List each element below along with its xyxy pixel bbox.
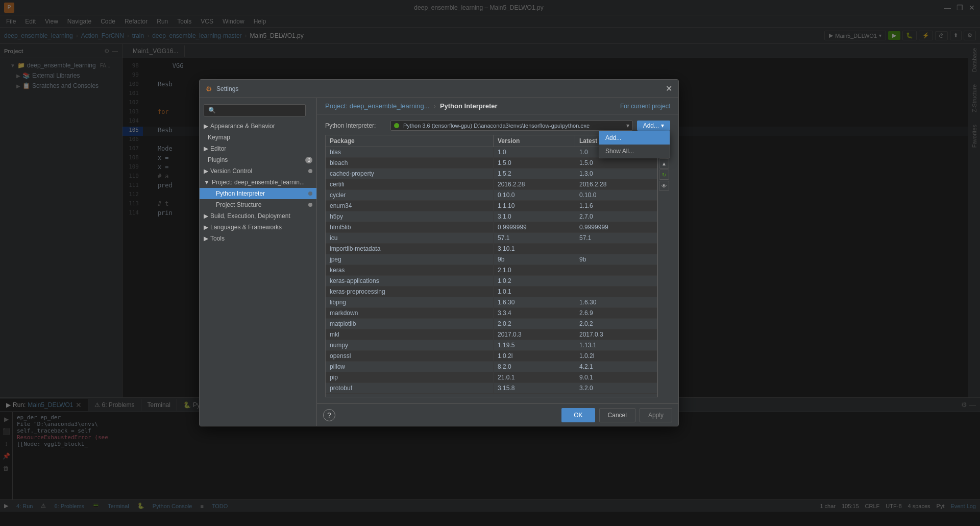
table-row[interactable]: protobuf3.15.83.2.0	[326, 383, 657, 394]
pkg-name: markdown	[326, 308, 494, 318]
pkg-version: 1.19.5	[494, 340, 575, 350]
table-row[interactable]: numpy1.19.51.13.1	[326, 340, 657, 351]
packages-side-buttons: + − ▲ ↻ 👁	[657, 135, 670, 397]
pkg-latest	[575, 286, 657, 297]
table-row[interactable]: matplotlib2.0.22.0.2	[326, 319, 657, 329]
upgrade-package-button[interactable]: ▲	[659, 158, 669, 169]
pkg-version: 1.0.1	[494, 286, 575, 297]
pkg-version: 3.15.8	[494, 383, 575, 393]
pkg-latest: 1.1.6	[575, 201, 657, 211]
expand-languages-icon: ▶	[204, 224, 208, 231]
settings-nav-editor-label: Editor	[210, 145, 226, 152]
pkg-name: openssl	[326, 351, 494, 361]
interpreter-chevron-icon: ▾	[626, 122, 629, 129]
settings-nav-languages[interactable]: ▶ Languages & Frameworks	[200, 222, 316, 233]
th-version[interactable]: Version	[494, 135, 575, 147]
pkg-version: 1.5.2	[494, 169, 575, 179]
th-package[interactable]: Package	[326, 135, 494, 147]
pkg-version: 21.0.1	[494, 372, 575, 382]
pkg-latest: 2.0.2	[575, 319, 657, 329]
settings-main-content: Python Interpreter: Python 3.6 (tensorfl…	[317, 114, 678, 403]
pkg-version: 1.1.10	[494, 201, 575, 211]
breadcrumb-action-link[interactable]: For current project	[620, 103, 670, 110]
pkg-version: 1.5.0	[494, 158, 575, 168]
expand-build-icon: ▶	[204, 212, 208, 220]
table-row[interactable]: html5lib0.99999990.9999999	[326, 222, 657, 233]
pkg-latest: 1.6.30	[575, 297, 657, 307]
settings-nav-build-label: Build, Execution, Deployment	[210, 212, 290, 220]
settings-nav-build[interactable]: ▶ Build, Execution, Deployment	[200, 210, 316, 222]
show-options-button[interactable]: 👁	[659, 181, 669, 191]
settings-nav-project-structure-label: Project Structure	[216, 201, 261, 208]
settings-gear-icon: ⚙	[206, 85, 212, 93]
settings-ok-button[interactable]: OK	[561, 408, 595, 422]
settings-nav-plugins[interactable]: Plugins 0	[200, 154, 316, 165]
table-row[interactable]: jpeg9b9b	[326, 254, 657, 265]
table-row[interactable]: pillow8.2.04.2.1	[326, 362, 657, 372]
settings-nav-plugins-label: Plugins	[208, 156, 228, 163]
table-row[interactable]: keras2.1.0	[326, 265, 657, 276]
table-row[interactable]: importlib-metadata3.10.1	[326, 244, 657, 254]
expand-vcs-icon: ▶	[204, 168, 208, 175]
pkg-latest: 0.10.0	[575, 190, 657, 200]
table-row[interactable]: cycler0.10.00.10.0	[326, 190, 657, 201]
table-row[interactable]: markdown3.3.42.6.9	[326, 308, 657, 319]
pkg-version: 8.2.0	[494, 362, 575, 372]
dropdown-show-all[interactable]: Show All...	[599, 145, 670, 158]
breadcrumb-project-link[interactable]: Project: deep_ensemble_learning...	[325, 102, 430, 110]
settings-nav-vcs[interactable]: ▶ Version Control	[200, 165, 316, 177]
add-interpreter-button[interactable]: Add... ▾	[637, 121, 670, 131]
settings-nav-project[interactable]: ▼ Project: deep_ensemble_learnin...	[200, 177, 316, 188]
pkg-latest: 2.6.9	[575, 308, 657, 318]
table-row[interactable]: enum341.1.101.1.6	[326, 201, 657, 211]
settings-help-button[interactable]: ?	[323, 409, 335, 421]
pkg-name: pillow	[326, 362, 494, 372]
add-interpreter-label: Add...	[643, 122, 659, 129]
table-row[interactable]: openssl1.0.2l1.0.2l	[326, 351, 657, 362]
settings-nav-python-interpreter[interactable]: Python Interpreter	[200, 188, 316, 199]
table-row[interactable]: cached-property1.5.21.3.0	[326, 169, 657, 179]
refresh-packages-button[interactable]: ↻	[659, 170, 669, 180]
pkg-version: 2017.0.3	[494, 329, 575, 340]
settings-nav-keymap[interactable]: Keymap	[200, 132, 316, 143]
pkg-latest: 2017.0.3	[575, 329, 657, 340]
modal-overlay: ⚙ Settings ✕ ▶ Appearance & Behavior Key…	[0, 0, 980, 526]
settings-search-input[interactable]	[204, 104, 306, 116]
settings-nav-python-interpreter-label: Python Interpreter	[216, 190, 265, 197]
add-chevron-icon: ▾	[661, 122, 664, 129]
table-row[interactable]: mkl2017.0.32017.0.3	[326, 329, 657, 340]
settings-close-button[interactable]: ✕	[666, 84, 672, 93]
table-body: blas1.01.0 bleach1.5.01.5.0 cached-prope…	[326, 147, 657, 397]
pkg-version: 3.3.4	[494, 308, 575, 318]
pkg-name: bleach	[326, 158, 494, 168]
pkg-latest: 1.13.1	[575, 340, 657, 350]
pkg-version: 1.0.2l	[494, 351, 575, 361]
table-row[interactable]: bleach1.5.01.5.0	[326, 158, 657, 169]
pkg-version: 0.10.0	[494, 190, 575, 200]
pkg-name: mkl	[326, 329, 494, 340]
settings-apply-button[interactable]: Apply	[640, 408, 672, 422]
settings-cancel-button[interactable]: Cancel	[599, 408, 635, 422]
table-row[interactable]: pip21.0.19.0.1	[326, 372, 657, 383]
table-row[interactable]: keras-preprocessing1.0.1	[326, 286, 657, 297]
pkg-name: icu	[326, 233, 494, 243]
table-row[interactable]: certifi2016.2.282016.2.28	[326, 179, 657, 190]
interpreter-selector[interactable]: Python 3.6 (tensorflow-gpu) D:\anaconda3…	[390, 121, 633, 131]
settings-nav-tools[interactable]: ▶ Tools	[200, 233, 316, 244]
settings-nav-appearance[interactable]: ▶ Appearance & Behavior	[200, 121, 316, 132]
settings-dialog: ⚙ Settings ✕ ▶ Appearance & Behavior Key…	[199, 79, 679, 426]
dropdown-add[interactable]: Add...	[599, 131, 670, 145]
table-row[interactable]: h5py3.1.02.7.0	[326, 211, 657, 222]
table-row[interactable]: icu57.157.1	[326, 233, 657, 244]
table-row[interactable]: keras-applications1.0.2	[326, 276, 657, 286]
settings-action-buttons: OK Cancel Apply	[561, 408, 672, 422]
table-row[interactable]: libpng1.6.301.6.30	[326, 297, 657, 308]
pkg-latest: 57.1	[575, 233, 657, 243]
settings-nav-tools-label: Tools	[210, 235, 225, 242]
settings-footer: ? OK Cancel Apply	[317, 403, 678, 426]
pkg-name: enum34	[326, 201, 494, 211]
settings-nav-editor[interactable]: ▶ Editor	[200, 143, 316, 154]
expand-editor-icon: ▶	[204, 145, 208, 152]
settings-nav-project-structure[interactable]: Project Structure	[200, 199, 316, 210]
pkg-latest	[575, 244, 657, 254]
